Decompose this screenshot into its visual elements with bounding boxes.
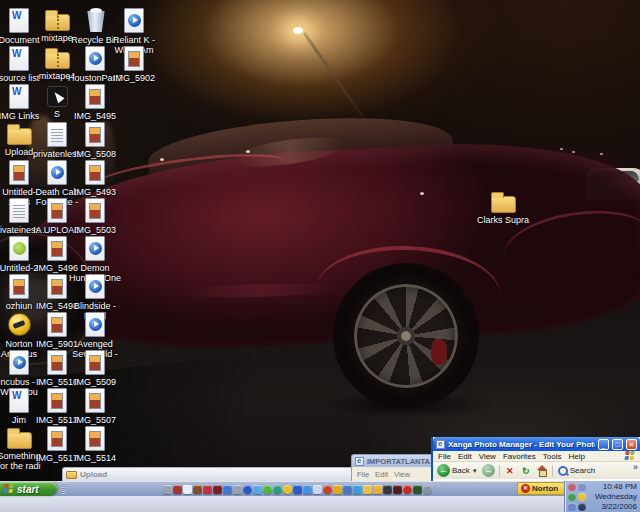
desktop-icon[interactable]: IMG_5902 xyxy=(107,46,161,83)
maximize-button[interactable]: □ xyxy=(612,439,623,450)
desktop-icon[interactable]: IMG_5514 xyxy=(68,426,122,463)
menu-item[interactable]: Help xyxy=(568,452,584,461)
quick-launch-icon[interactable] xyxy=(253,485,262,494)
quick-launch-icon[interactable] xyxy=(293,485,302,494)
tray-icon[interactable] xyxy=(578,483,586,491)
menu-item[interactable]: Edit xyxy=(375,470,388,479)
home-button[interactable] xyxy=(536,465,548,477)
quick-launch-icon[interactable] xyxy=(283,485,292,494)
quick-launch-icon[interactable] xyxy=(213,485,222,494)
desktop-icon-label: IMG_5507 xyxy=(68,415,122,425)
title-bar[interactable]: IMPORTATLANTA.COM xyxy=(351,454,437,467)
quick-launch-icon[interactable] xyxy=(373,485,382,494)
back-button[interactable]: ← Back ▼ xyxy=(437,464,478,477)
desktop-icon[interactable]: IMG_5507 xyxy=(68,388,122,425)
menu-item[interactable]: Favorites xyxy=(503,452,536,461)
stop-button[interactable]: ✕ xyxy=(504,465,516,477)
toolbar: ← Back ▼ → ✕ ↻ Search » xyxy=(433,462,640,479)
tray-icon[interactable] xyxy=(578,503,586,511)
file-icon xyxy=(9,274,29,299)
menu-item[interactable]: View xyxy=(394,470,410,479)
quick-launch-icon[interactable] xyxy=(413,485,422,494)
search-icon xyxy=(557,465,568,476)
desktop-icon-label: IMG_5902 xyxy=(107,73,161,83)
start-button[interactable]: start xyxy=(0,482,57,496)
quick-launch-icon[interactable] xyxy=(383,485,392,494)
quick-launch-icon[interactable] xyxy=(393,485,402,494)
quick-launch-icon[interactable] xyxy=(223,485,232,494)
close-button[interactable]: ✕ xyxy=(626,439,637,450)
quick-launch-icon[interactable] xyxy=(163,485,172,494)
start-label: start xyxy=(17,484,39,495)
file-icon xyxy=(85,350,105,375)
search-button[interactable]: Search xyxy=(557,465,595,476)
tray-icon[interactable] xyxy=(568,503,576,511)
tray-icon[interactable] xyxy=(568,493,576,501)
toolbar-overflow-chevron[interactable]: » xyxy=(633,462,638,472)
title-bar[interactable]: Xanga Photo Manager - Edit Your Photo - … xyxy=(433,437,640,451)
desktop-icon-label: IMG_5495 xyxy=(68,111,122,121)
desktop-icon[interactable]: IMG_5508 xyxy=(68,122,122,159)
file-icon xyxy=(85,160,105,185)
refresh-button[interactable]: ↻ xyxy=(520,465,532,477)
quick-launch-icon[interactable] xyxy=(263,485,272,494)
tray-icon[interactable] xyxy=(568,483,576,491)
desktop-icon-label: IMG_5514 xyxy=(68,453,122,463)
quick-launch-icon[interactable] xyxy=(313,485,322,494)
desktop-icons-layer: Document mixtape Recycle Bin Reliant K -… xyxy=(0,0,640,512)
desktop-icon[interactable]: IMG_5495 xyxy=(68,84,122,121)
quick-launch-icon[interactable] xyxy=(273,485,282,494)
desktop-icon[interactable]: IMG_5503 xyxy=(68,198,122,235)
toolbar-separator xyxy=(552,465,553,477)
menu-item[interactable]: File xyxy=(357,470,369,479)
quick-launch-icon[interactable] xyxy=(323,485,332,494)
file-icon xyxy=(9,46,29,71)
quick-launch-icon[interactable] xyxy=(303,485,312,494)
window-xanga-photo-manager[interactable]: Xanga Photo Manager - Edit Your Photo - … xyxy=(431,437,640,481)
window-importatlanta[interactable]: IMPORTATLANTA.COM FileEditView xyxy=(351,454,437,481)
menu-item[interactable]: View xyxy=(479,452,496,461)
menu-item[interactable]: Edit xyxy=(458,452,472,461)
norton-taskbar-button[interactable]: ✕ Norton xyxy=(517,482,565,495)
window-upload[interactable]: Upload xyxy=(62,467,362,481)
back-dropdown-icon[interactable]: ▼ xyxy=(472,468,478,474)
quick-launch-icon[interactable] xyxy=(173,485,182,494)
desktop-icon[interactable]: Clarks Supra xyxy=(476,190,530,225)
file-icon xyxy=(9,236,29,261)
minimize-button[interactable]: _ xyxy=(598,439,609,450)
desktop-icon-label: IMG_5509 xyxy=(68,377,122,387)
file-icon xyxy=(124,8,144,33)
desktop-icon[interactable]: IMG_5493 xyxy=(68,160,122,197)
ie-icon xyxy=(436,440,445,449)
quick-launch-icon[interactable] xyxy=(353,485,362,494)
quick-launch-icon[interactable] xyxy=(363,485,372,494)
quick-launch-icon[interactable] xyxy=(203,485,212,494)
menu-item[interactable]: Tools xyxy=(543,452,562,461)
system-tray: 10:48 PM Wednesday 3/22/2006 xyxy=(565,481,640,512)
quick-launch-icon[interactable] xyxy=(333,485,342,494)
file-icon xyxy=(85,388,105,413)
quick-launch-icon[interactable] xyxy=(193,485,202,494)
quick-launch-icon[interactable] xyxy=(403,485,412,494)
file-icon xyxy=(47,160,67,185)
menu-item[interactable]: File xyxy=(438,452,451,461)
file-icon xyxy=(47,312,67,337)
quick-launch-icon[interactable] xyxy=(343,485,352,494)
file-icon xyxy=(47,198,67,223)
file-icon xyxy=(47,388,67,413)
desktop-icon-label: Clarks Supra xyxy=(476,215,530,225)
ie-icon xyxy=(355,457,364,466)
quick-launch-icon[interactable] xyxy=(233,485,242,494)
file-icon xyxy=(124,46,144,71)
taskbar-empty-row xyxy=(0,496,640,512)
quick-launch-icon[interactable] xyxy=(423,485,432,494)
quick-launch-handle[interactable] xyxy=(62,483,65,494)
quick-launch-icon[interactable] xyxy=(183,485,192,494)
file-icon xyxy=(7,432,32,449)
desktop-icon[interactable]: IMG_5509 xyxy=(68,350,122,387)
file-icon xyxy=(47,274,67,299)
norton-x-icon: ✕ xyxy=(521,484,530,493)
forward-button[interactable]: → xyxy=(482,464,495,477)
tray-icon[interactable] xyxy=(578,493,586,501)
quick-launch-icon[interactable] xyxy=(243,485,252,494)
